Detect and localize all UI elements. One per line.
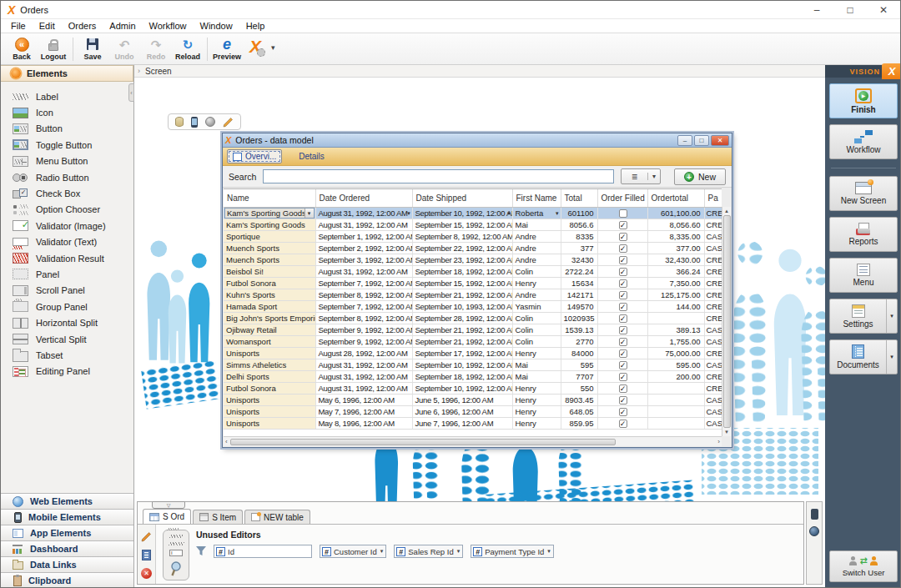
cell-date-ordered[interactable]: September 3, 1992, 12:00 AM: [315, 254, 412, 265]
cell-date-ordered[interactable]: May 8, 1996, 12:00 AM: [315, 417, 412, 429]
table-row[interactable]: Futbol SonoraAugust 31, 1992, 12:00 AMSe…: [224, 382, 722, 394]
vision-button[interactable]: Reports ▾: [829, 217, 898, 252]
cell-total[interactable]: 7707: [561, 370, 597, 382]
cell-order-filled[interactable]: [597, 207, 647, 219]
cell-date-shipped[interactable]: September 18, 1992, 12:00 AM: [412, 370, 512, 382]
cell-total[interactable]: 550: [561, 382, 597, 394]
menu-item[interactable]: Admin: [103, 21, 142, 31]
cell-first-name[interactable]: Andre: [512, 230, 561, 242]
table-row[interactable]: Muench SportsSeptember 2, 1992, 12:00 AM…: [224, 242, 722, 254]
dialog-close-button[interactable]: ✕: [711, 135, 729, 146]
cell-total[interactable]: 2722.24: [561, 265, 597, 277]
order-filled-checkbox[interactable]: ✓: [619, 303, 627, 311]
palette-section-header[interactable]: Mobile Elements: [1, 510, 133, 525]
cell-order-filled[interactable]: ✓: [597, 312, 647, 324]
cell-first-name[interactable]: Colin: [512, 324, 561, 335]
dialog-minimize-button[interactable]: –: [677, 135, 692, 146]
palette-item[interactable]: Horizontal Split: [13, 314, 133, 330]
cell-total[interactable]: 142171: [561, 289, 597, 300]
order-filled-checkbox[interactable]: ✓: [619, 256, 627, 264]
table-row[interactable]: Kuhn's SportsSeptember 8, 1992, 12:00 AM…: [224, 289, 722, 300]
chevron-down-icon[interactable]: ▾: [886, 299, 897, 333]
table-row[interactable]: UnisportsMay 6, 1996, 12:00 AMJune 5, 19…: [224, 394, 722, 405]
cell-date-ordered[interactable]: August 31, 1992, 12:00 AM: [315, 382, 412, 394]
vision-button[interactable]: Documents ▾: [829, 339, 898, 374]
cell-ordertotal[interactable]: 601,100.00: [647, 207, 704, 219]
unused-editor-chip[interactable]: # Payment Type Id ▾: [471, 545, 554, 558]
cell-total[interactable]: 8903.45: [561, 394, 597, 405]
cell-payment[interactable]: CASH: [704, 394, 722, 405]
globe2-icon[interactable]: [809, 526, 819, 536]
cell-name[interactable]: Kam's Sporting Goods▾: [224, 207, 315, 219]
globe-icon[interactable]: [205, 117, 215, 127]
cell-first-name[interactable]: Roberta▾: [512, 207, 561, 219]
palette-item[interactable]: Check Box: [13, 185, 133, 201]
palette-item[interactable]: Toggle Button: [13, 137, 133, 153]
cell-first-name[interactable]: Colin: [512, 265, 561, 277]
palette-section-header[interactable]: Data Links: [1, 557, 133, 573]
dialog-title-bar[interactable]: X Orders - data model –□✕: [223, 133, 732, 148]
cell-date-shipped[interactable]: September 28, 1992, 12:00 AM: [412, 312, 512, 324]
table-row[interactable]: Futbol SonoraSeptember 7, 1992, 12:00 AM…: [224, 277, 722, 289]
dialog-maximize-button[interactable]: □: [694, 135, 709, 146]
cell-first-name[interactable]: Colin: [512, 312, 561, 324]
cell-order-filled[interactable]: ✓: [597, 405, 647, 417]
cell-date-shipped[interactable]: September 15, 1992, 12:00 AM: [412, 219, 512, 230]
palette-item[interactable]: Group Panel: [13, 299, 133, 314]
table-row[interactable]: UnisportsMay 8, 1996, 12:00 AMJune 7, 19…: [224, 417, 722, 429]
table-row[interactable]: Hamada SportSeptember 7, 1992, 12:00 AMS…: [224, 300, 722, 312]
cell-payment[interactable]: CASH: [704, 359, 722, 370]
column-header[interactable]: Order Filled: [597, 189, 647, 207]
order-filled-checkbox[interactable]: ✓: [619, 326, 627, 334]
cell-order-filled[interactable]: ✓: [597, 347, 647, 359]
cell-date-ordered[interactable]: September 9, 1992, 12:00 AM: [315, 324, 412, 335]
cell-date-shipped[interactable]: September 22, 1992, 12:00 AM: [412, 242, 512, 254]
cell-date-ordered[interactable]: September 7, 1992, 12:00 AM: [315, 277, 412, 289]
palette-item[interactable]: Tabset: [13, 347, 133, 363]
cell-date-ordered[interactable]: September 2, 1992, 12:00 AM: [315, 242, 412, 254]
cell-total[interactable]: 32430: [561, 254, 597, 265]
cell-name[interactable]: Kuhn's Sports: [224, 289, 315, 300]
cell-name[interactable]: Futbol Sonora: [224, 382, 315, 394]
cell-ordertotal[interactable]: 1,755.00: [647, 335, 704, 347]
order-filled-checkbox[interactable]: ✓: [619, 384, 627, 393]
cell-order-filled[interactable]: ✓: [597, 300, 647, 312]
cell-date-shipped[interactable]: September 18, 1992, 12:00 AM: [412, 265, 512, 277]
cell-total[interactable]: 1539.13: [561, 324, 597, 335]
panel-collapse-button[interactable]: ▽: [152, 501, 185, 509]
cell-date-shipped[interactable]: June 7, 1996, 12:00 AM: [412, 417, 512, 429]
order-filled-checkbox[interactable]: ✓: [619, 396, 627, 405]
table-row[interactable]: UnisportsAugust 28, 1992, 12:00 AMSeptem…: [224, 347, 722, 359]
cell-payment[interactable]: CREDIT: [704, 207, 722, 219]
cell-payment[interactable]: CREDIT: [704, 289, 722, 300]
cell-payment[interactable]: CASH: [704, 324, 722, 335]
cell-payment[interactable]: CREDIT: [704, 382, 722, 394]
cell-payment[interactable]: CREDIT: [704, 300, 722, 312]
toolbar-button[interactable]: Logout: [38, 33, 69, 64]
vision-button[interactable]: Finish ▾: [829, 83, 898, 118]
cell-total[interactable]: 595: [561, 359, 597, 370]
table-tab[interactable]: NEW table: [244, 510, 310, 524]
close-button[interactable]: ✕: [867, 1, 900, 18]
cell-ordertotal[interactable]: 144.00: [647, 300, 704, 312]
cell-total[interactable]: 648.05: [561, 405, 597, 417]
scroll-down-icon[interactable]: ▼: [724, 430, 729, 435]
table-row[interactable]: Beisbol Si!August 31, 1992, 12:00 AMSept…: [224, 265, 722, 277]
cell-first-name[interactable]: Henry: [512, 417, 561, 429]
cell-payment[interactable]: CASH: [704, 405, 722, 417]
list-options-button[interactable]: ≡ ▾: [621, 168, 661, 184]
cell-ordertotal[interactable]: 366.24: [647, 265, 704, 277]
cell-date-shipped[interactable]: September 10, 1992, 12:00 AM: [412, 382, 512, 394]
cell-total[interactable]: 149570: [561, 300, 597, 312]
cell-first-name[interactable]: Mai: [512, 370, 561, 382]
menu-item[interactable]: Edit: [33, 21, 62, 31]
cell-date-ordered[interactable]: May 6, 1996, 12:00 AM: [315, 394, 412, 405]
cell-name[interactable]: Unisports: [224, 347, 315, 359]
journal-icon[interactable]: [142, 550, 151, 560]
cell-date-shipped[interactable]: September 21, 1992, 12:00 AM: [412, 335, 512, 347]
horizontal-scroll-thumb[interactable]: [230, 439, 617, 445]
cell-name[interactable]: Unisports: [224, 394, 315, 405]
cell-first-name[interactable]: Mai: [512, 359, 561, 370]
cell-order-filled[interactable]: ✓: [597, 370, 647, 382]
maximize-button[interactable]: □: [833, 1, 867, 18]
